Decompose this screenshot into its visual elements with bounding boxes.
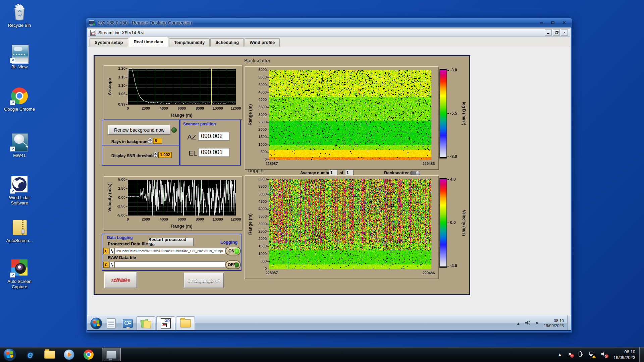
backscatter-section-title: Backscatter bbox=[244, 58, 270, 63]
restart-processed-file-button[interactable]: Restart processed file bbox=[148, 238, 194, 246]
renew-background-led bbox=[171, 127, 177, 133]
start-button[interactable] bbox=[3, 348, 17, 362]
shortcut-arrow-icon: ↗ bbox=[10, 273, 15, 278]
tab-page: Backscatter Renew background now Rays in… bbox=[89, 47, 570, 315]
snr-spinner[interactable]: ▲▼ bbox=[153, 152, 158, 158]
desktop-icon-label: Google Chrome bbox=[2, 107, 37, 112]
shortcut-arrow-icon: ↗ bbox=[10, 58, 15, 63]
desktop-icon-label: AutoScreen... bbox=[2, 238, 37, 243]
desktop-icon-autoscreen-zip[interactable]: AutoScreen... bbox=[2, 218, 37, 243]
backscatter-toggle-label: Backscatter bbox=[384, 170, 409, 175]
desktop-icon-label: Auto Screen Capture bbox=[2, 279, 37, 290]
session-start-button[interactable] bbox=[90, 317, 103, 330]
session-taskbar-control-panel[interactable] bbox=[120, 317, 136, 330]
data-logging-group: Data Logging Processed Data file Restart… bbox=[102, 234, 241, 271]
backscatter-heatmap bbox=[245, 66, 439, 170]
session-taskbar-explorer[interactable] bbox=[176, 316, 195, 330]
tray-volume-muted-icon[interactable]: ⃠ bbox=[601, 352, 606, 357]
rays-in-background-label: Rays in background bbox=[111, 139, 150, 144]
average-total-field[interactable]: 1 bbox=[345, 170, 354, 176]
average-count-field[interactable]: 1 bbox=[329, 170, 337, 176]
tab-real-time-data[interactable]: Real time data bbox=[129, 37, 168, 47]
raw-path-field[interactable] bbox=[114, 261, 225, 268]
desktop-icon-bl-view[interactable]: ↗ BL-View bbox=[2, 44, 37, 70]
show-desktop-button[interactable] bbox=[639, 347, 644, 362]
session-taskbar-notepad[interactable] bbox=[104, 317, 119, 330]
taskbar-chrome[interactable] bbox=[83, 349, 95, 361]
processed-drive-box[interactable]: C bbox=[103, 248, 109, 254]
session-taskbar-streamline-xr[interactable]: XR bbox=[156, 316, 175, 330]
az-value-field[interactable]: 090.002 bbox=[198, 132, 229, 141]
raw-browse-icon[interactable] bbox=[109, 262, 114, 268]
logging-label: Logging bbox=[220, 240, 237, 245]
raw-logging-off-button[interactable]: OFF bbox=[225, 260, 241, 269]
auto-screen-capture-icon: ↗ bbox=[10, 259, 29, 278]
app-close-button[interactable]: × bbox=[561, 29, 568, 36]
processed-data-file-label: Processed Data file bbox=[108, 241, 148, 246]
session-clock[interactable]: 08:10 19/09/2023 bbox=[544, 318, 564, 328]
background-controls-group: Renew background now Rays in background … bbox=[102, 120, 180, 145]
streamline-app-window: StreamLine XR v14-6.vi × System setup Re… bbox=[88, 28, 570, 315]
desktop-icon-google-chrome[interactable]: ↗ Google Chrome bbox=[2, 86, 37, 112]
tab-system-setup[interactable]: System setup bbox=[90, 38, 128, 47]
close-button[interactable]: × bbox=[559, 20, 569, 26]
shortcut-arrow-icon: ↗ bbox=[10, 146, 15, 152]
labview-front-panel: Backscatter Renew background now Rays in… bbox=[94, 55, 470, 295]
taskbar-media-player[interactable] bbox=[63, 349, 75, 361]
on-led bbox=[235, 249, 239, 254]
desktop-icon-label: BL-View bbox=[2, 64, 37, 70]
desktop-icon-wind-lidar-software[interactable]: ↗ Wind Lidar Software bbox=[2, 175, 37, 206]
stop-software-button[interactable]: STOPsoftware bbox=[104, 272, 137, 288]
desktop-icon-mw41[interactable]: ↗ MW41 bbox=[2, 133, 37, 158]
tab-temp-humidity[interactable]: Temp/humidity bbox=[169, 38, 210, 47]
maximize-button[interactable] bbox=[548, 20, 558, 26]
renew-background-button[interactable]: Renew background now bbox=[108, 125, 170, 135]
minimize-button[interactable] bbox=[536, 20, 546, 26]
taskbar-clock[interactable]: 08:10 19/09/2023 bbox=[613, 349, 635, 360]
rdp-titlebar[interactable]: 192.168.0.150 - Remote Desktop Connectio… bbox=[86, 18, 572, 28]
tray-power-icon[interactable] bbox=[578, 351, 583, 358]
remote-desktop-icon bbox=[106, 351, 116, 359]
bl-view-icon: ↗ bbox=[10, 44, 29, 63]
session-tray: ▲ ⚑ 08:10 19/09/2023 bbox=[514, 315, 571, 331]
backscatter-colorbar bbox=[437, 67, 469, 161]
tray-network-icon[interactable]: ! bbox=[589, 351, 595, 358]
session-taskbar-sticky-notes[interactable] bbox=[137, 316, 155, 330]
desktop-icon-label: Recycle Bin bbox=[2, 23, 37, 28]
tray-action-center-flag-icon[interactable]: ⚑× bbox=[568, 352, 572, 357]
session-speaker-icon[interactable] bbox=[525, 320, 530, 326]
change-lidar-settings-button[interactable]: Change LiDARSettings bbox=[184, 273, 224, 288]
rays-value-field[interactable]: 8 bbox=[153, 138, 162, 144]
doppler-section-title: Doppler bbox=[248, 168, 265, 173]
desktop-icon-recycle-bin[interactable]: Recycle Bin bbox=[2, 3, 37, 28]
tab-strip: System setup Real time data Temp/humidit… bbox=[88, 37, 570, 47]
rdp-bottom-border bbox=[87, 330, 571, 331]
app-restore-button[interactable] bbox=[553, 29, 560, 36]
raw-drive-box[interactable]: C bbox=[103, 262, 109, 268]
tab-wind-profile[interactable]: Wind profile bbox=[245, 38, 280, 47]
processed-logging-on-button[interactable]: ON bbox=[225, 247, 241, 255]
app-titlebar[interactable]: StreamLine XR v14-6.vi × bbox=[88, 28, 570, 37]
backscatter-toggle-switch[interactable] bbox=[410, 171, 420, 175]
taskbar-remote-desktop-active[interactable] bbox=[102, 348, 121, 361]
desktop-icon-auto-screen-capture[interactable]: ↗ Auto Screen Capture bbox=[2, 259, 37, 290]
chrome-icon: ↗ bbox=[10, 86, 29, 105]
wind-lidar-logo-icon: ↗ bbox=[10, 175, 29, 194]
processed-browse-icon[interactable] bbox=[109, 248, 114, 254]
tray-expand-icon[interactable]: ▲ bbox=[557, 352, 562, 357]
a-scope-graph bbox=[104, 65, 243, 120]
zip-folder-icon bbox=[10, 218, 29, 237]
snr-threshold-label: Display SNR threshold bbox=[111, 154, 155, 158]
taskbar-internet-explorer[interactable]: e bbox=[24, 349, 36, 361]
snr-value-field[interactable]: 1.002 bbox=[158, 152, 172, 158]
rays-spinner[interactable]: ▲▼ bbox=[148, 138, 152, 144]
recycle-bin-icon bbox=[10, 3, 29, 21]
session-action-center-flag-icon[interactable]: ⚑ bbox=[535, 321, 539, 326]
el-value-field[interactable]: 090.001 bbox=[198, 148, 229, 157]
app-minimize-button[interactable] bbox=[545, 29, 552, 36]
taskbar-explorer[interactable] bbox=[44, 349, 56, 361]
session-show-desktop-button[interactable] bbox=[567, 315, 571, 331]
tab-scheduling[interactable]: Scheduling bbox=[210, 38, 244, 47]
session-tray-expand-icon[interactable]: ▲ bbox=[516, 321, 520, 326]
processed-path-field[interactable]: C:\Lidar\Data\Proc\2023\202309\20230919\… bbox=[114, 248, 225, 254]
